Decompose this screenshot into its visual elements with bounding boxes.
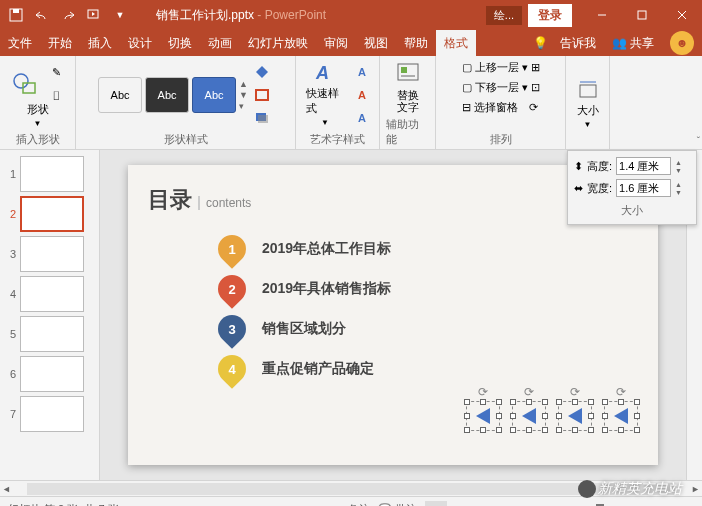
svg-rect-1	[13, 9, 19, 13]
sorter-view-icon[interactable]: ⊞	[455, 501, 477, 507]
group-icon[interactable]: ⊡	[531, 81, 540, 94]
text-effects-icon[interactable]: A	[351, 107, 373, 129]
qat-customize-icon[interactable]: ▼	[108, 3, 132, 27]
svg-rect-9	[258, 115, 268, 123]
toc-item-3: 3销售区域划分	[218, 315, 638, 343]
selected-shape-2[interactable]: ⟳	[512, 401, 546, 435]
save-icon[interactable]	[4, 3, 28, 27]
edit-shape-icon[interactable]: ✎	[45, 62, 67, 84]
undo-icon[interactable]	[30, 3, 54, 27]
thumbnail-6[interactable]: 6	[0, 354, 99, 394]
svg-text:A: A	[315, 63, 329, 83]
tab-文件[interactable]: 文件	[0, 30, 40, 56]
collapse-ribbon-icon[interactable]: ˇ	[697, 136, 700, 147]
style-gallery-down-icon[interactable]: ▼	[239, 90, 248, 100]
start-from-beginning-icon[interactable]	[82, 3, 106, 27]
slideshow-view-icon[interactable]: ▤	[515, 501, 537, 507]
size-button[interactable]: 大小 ▼	[573, 77, 603, 131]
shape-outline-icon[interactable]	[251, 84, 273, 106]
shapes-gallery-button[interactable]	[8, 70, 42, 98]
tellme-lightbulb-icon[interactable]: 💡	[529, 36, 552, 50]
style-gallery-up-icon[interactable]: ▲	[239, 79, 248, 89]
minimize-button[interactable]	[582, 0, 622, 30]
slide-thumbnails-panel: 1234567	[0, 150, 100, 480]
height-input[interactable]	[616, 157, 671, 175]
svg-rect-6	[23, 83, 35, 93]
size-panel: ⬍ 高度: ▲▼ ⬌ 宽度: ▲▼ 大小	[567, 150, 697, 225]
maximize-button[interactable]	[622, 0, 662, 30]
size-panel-title: 大小	[574, 203, 690, 218]
tell-me[interactable]: 告诉我	[552, 30, 604, 56]
tab-切换[interactable]: 切换	[160, 30, 200, 56]
tab-插入[interactable]: 插入	[80, 30, 120, 56]
login-button[interactable]: 登录	[528, 4, 572, 27]
shape-effects-icon[interactable]	[251, 107, 273, 129]
redo-icon[interactable]	[56, 3, 80, 27]
thumbnail-1[interactable]: 1	[0, 154, 99, 194]
quick-styles-button[interactable]: A 快速样式 ▼	[302, 60, 348, 129]
help-smiley-icon[interactable]: ☻	[670, 31, 694, 55]
normal-view-icon[interactable]: ▭	[425, 501, 447, 507]
rotate-icon[interactable]: ⟳	[529, 101, 538, 114]
tab-格式[interactable]: 格式	[436, 30, 476, 56]
shape-fill-icon[interactable]	[251, 61, 273, 83]
toc-item-4: 4重点促销产品确定	[218, 355, 638, 383]
tab-帮助[interactable]: 帮助	[396, 30, 436, 56]
close-button[interactable]	[662, 0, 702, 30]
shape-style-preset-3[interactable]: Abc	[192, 77, 236, 113]
tab-视图[interactable]: 视图	[356, 30, 396, 56]
selected-shape-4[interactable]: ⟳	[604, 401, 638, 435]
svg-rect-7	[256, 90, 268, 100]
svg-rect-4	[638, 11, 646, 19]
notes-button[interactable]: ≐ 备注	[336, 502, 370, 506]
selected-shape-1[interactable]: ⟳	[466, 401, 500, 435]
thumbnail-4[interactable]: 4	[0, 274, 99, 314]
thumbnail-3[interactable]: 3	[0, 234, 99, 274]
width-icon: ⬌	[574, 182, 583, 195]
send-backward-button[interactable]: ▢ 下移一层 ▾ ⊡	[460, 79, 542, 96]
height-label: 高度:	[587, 159, 612, 174]
shape-style-preset-2[interactable]: Abc	[145, 77, 189, 113]
wordart-styles-group-label: 艺术字样式	[310, 130, 365, 149]
slide-counter: 幻灯片 第 2 张, 共 7 张	[8, 502, 119, 506]
tab-设计[interactable]: 设计	[120, 30, 160, 56]
shapes-button[interactable]: 形状▼	[23, 100, 53, 130]
height-up-icon[interactable]: ▲	[675, 159, 682, 166]
text-fill-icon[interactable]: A	[351, 61, 373, 83]
svg-rect-14	[580, 85, 596, 97]
tab-幻灯片放映[interactable]: 幻灯片放映	[240, 30, 316, 56]
tab-动画[interactable]: 动画	[200, 30, 240, 56]
text-outline-icon[interactable]: A	[351, 84, 373, 106]
toc-item-1: 12019年总体工作目标	[218, 235, 638, 263]
height-down-icon[interactable]: ▼	[675, 167, 682, 174]
scroll-left-icon[interactable]: ◄	[0, 484, 13, 494]
width-up-icon[interactable]: ▲	[675, 181, 682, 188]
insert-shapes-group-label: 插入形状	[16, 130, 60, 149]
alt-text-button[interactable]: 替换 文字	[391, 59, 425, 115]
drawing-tools-tab[interactable]: 绘...	[486, 6, 522, 25]
style-gallery-more-icon[interactable]: ▾	[239, 101, 248, 111]
thumbnail-2[interactable]: 2	[0, 194, 99, 234]
width-label: 宽度:	[587, 181, 612, 196]
bring-forward-button[interactable]: ▢ 上移一层 ▾ ⊞	[460, 59, 542, 76]
fit-to-window-icon[interactable]: ⊡	[672, 501, 694, 507]
scroll-right-icon[interactable]: ►	[689, 484, 702, 494]
align-icon[interactable]: ⊞	[531, 61, 540, 74]
thumbnail-7[interactable]: 7	[0, 394, 99, 434]
accessibility-group-label: 辅助功能	[386, 115, 429, 149]
toc-title-sub: contents	[198, 196, 251, 210]
width-input[interactable]	[616, 179, 671, 197]
thumbnail-5[interactable]: 5	[0, 314, 99, 354]
reading-view-icon[interactable]: ▣	[485, 501, 507, 507]
selection-pane-button[interactable]: ⊟ 选择窗格 ⟳	[460, 99, 540, 116]
selected-shape-3[interactable]: ⟳	[558, 401, 592, 435]
comments-button[interactable]: 💬 批注	[378, 502, 417, 506]
horizontal-scrollbar[interactable]: ◄ ►	[0, 480, 702, 496]
shape-style-preset-1[interactable]: Abc	[98, 77, 142, 113]
tab-审阅[interactable]: 审阅	[316, 30, 356, 56]
share-button[interactable]: 👥共享	[604, 30, 662, 56]
toc-title-main: 目录	[148, 185, 192, 215]
height-icon: ⬍	[574, 160, 583, 173]
tab-开始[interactable]: 开始	[40, 30, 80, 56]
width-down-icon[interactable]: ▼	[675, 189, 682, 196]
